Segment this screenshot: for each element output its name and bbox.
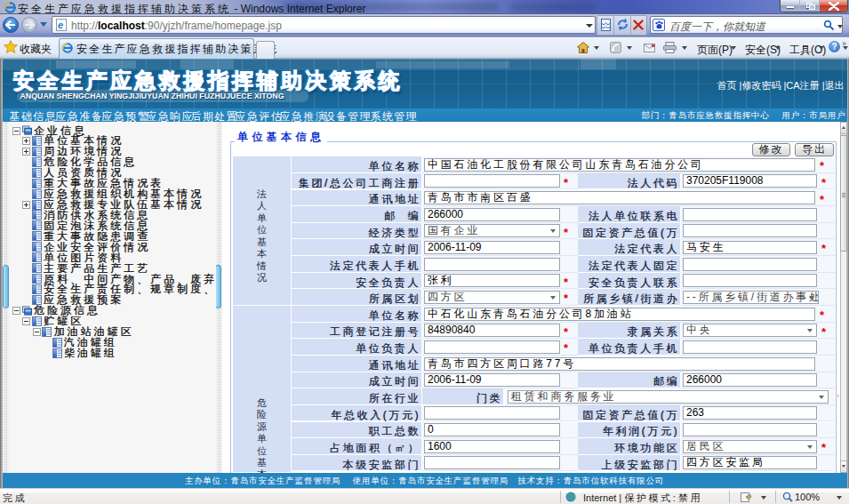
svg-text:e: e xyxy=(58,20,63,30)
